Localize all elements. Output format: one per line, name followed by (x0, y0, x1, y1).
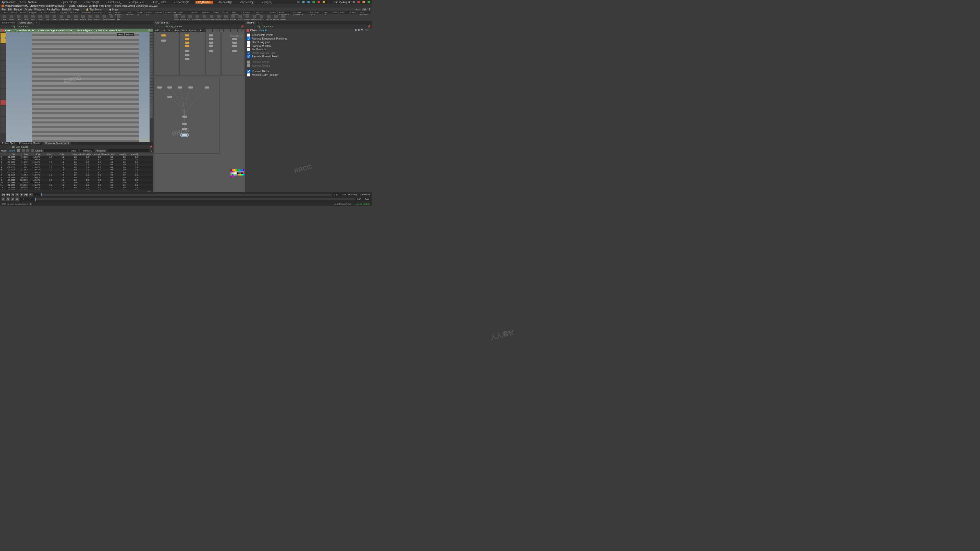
crumb-node[interactable]: City_Source (261, 25, 273, 28)
home-icon[interactable]: ⌂ (162, 25, 164, 28)
prims-icon[interactable] (26, 149, 29, 152)
menu-item[interactable]: RenderMan (47, 8, 60, 11)
col-header[interactable]: P[x] (5, 153, 17, 156)
last-frame-button[interactable]: ▶| (29, 193, 33, 197)
table-row[interactable]: 10-30.0889-113.585-119.6791.01.01.00.00.… (0, 181, 153, 184)
col-header[interactable]: P[z] (29, 153, 41, 156)
network-toolbar-icon[interactable] (238, 29, 241, 32)
viewport-display-tool[interactable] (150, 103, 153, 106)
menu-item[interactable]: Edit (8, 8, 12, 11)
pin-icon[interactable]: 📌 (149, 146, 152, 148)
tab-geo-spreadsheet[interactable]: Geometry Spreadsheet (43, 142, 71, 145)
param-checkbox[interactable] (247, 33, 250, 37)
table-row[interactable]: 12-31.0889-108.585-118.6791.01.01.00.00.… (0, 186, 153, 189)
shelf-tab[interactable]: FEM (331, 11, 339, 14)
help-icon[interactable]: ? (150, 29, 151, 32)
help-icon[interactable]: ? (369, 29, 370, 32)
network-tab[interactable]: City_Source (153, 21, 170, 24)
viewport-tool[interactable] (0, 72, 6, 77)
param-checkbox[interactable] (247, 70, 250, 73)
gear-icon[interactable]: ⚙ (148, 29, 150, 32)
network-menu-item[interactable]: View (174, 29, 179, 32)
key-icon[interactable]: 🗝 (348, 193, 350, 196)
shelf-tab[interactable]: Guide Process (114, 11, 124, 14)
timeline-track[interactable] (41, 194, 332, 196)
verts-icon[interactable] (22, 149, 25, 152)
shelf-tab[interactable]: Grains (211, 11, 221, 14)
viewport-tool[interactable] (0, 83, 6, 88)
viewport-tool[interactable] (0, 106, 6, 111)
viewport[interactable]: Persp No cam Indie Edition RRCG (0, 32, 153, 142)
search-icon[interactable]: 🔍 (361, 29, 364, 32)
menu-item[interactable]: Assets (24, 8, 32, 11)
viewport-display-tool[interactable] (150, 60, 153, 63)
network-editor[interactable]: Geometry (153, 32, 245, 192)
op-name-field[interactable]: clean6 (259, 29, 266, 32)
shelf-tab[interactable]: Polygon (27, 11, 38, 14)
viewport-tool[interactable] (0, 44, 6, 49)
shelf-tool[interactable]: Stereo Camera (258, 15, 265, 21)
viewport-display-tool[interactable] (150, 85, 153, 87)
fwd-icon[interactable]: → (250, 25, 252, 28)
param-checkbox[interactable] (247, 41, 250, 44)
network-menu-item[interactable]: Help (199, 29, 204, 32)
col-header[interactable]: extrude_dir[0] (78, 153, 90, 156)
viewport-tool[interactable] (0, 78, 6, 83)
tray-icon[interactable] (302, 1, 305, 3)
shelf-tab[interactable]: Collisions (188, 11, 200, 14)
task-button[interactable]: ▪ tricecold@t... (239, 1, 258, 3)
col-header[interactable]: scale[1] (127, 153, 139, 156)
datetime[interactable]: Sun 25 Aug, 09:00 (334, 1, 355, 3)
table-row[interactable]: 8-31.0889-108.585-119.6791.01.01.00.00.0… (0, 176, 153, 179)
shelf-tool[interactable]: Caustic Light (237, 15, 243, 21)
back-icon[interactable]: ← (1, 25, 3, 28)
viewport-display-tool[interactable] (150, 69, 153, 72)
shelf-tool[interactable]: Area Light (194, 15, 200, 21)
col-header[interactable]: Cd[y] (54, 153, 66, 156)
viewport-display-tool[interactable] (150, 66, 153, 69)
network-menu-item[interactable]: Tools (181, 29, 186, 32)
cur-frame-input[interactable] (20, 198, 27, 200)
viewport-display-tool[interactable] (150, 73, 153, 75)
op-item[interactable]: Consolidate Points (15, 29, 34, 32)
table-row[interactable]: 2-30.0889-118.52-119.6791.01.01.00.00.00… (0, 161, 153, 163)
auto-update[interactable]: Auto Update (357, 203, 370, 205)
viewport-tool[interactable] (0, 49, 6, 55)
points-icon[interactable] (17, 149, 20, 152)
max-icon[interactable] (368, 1, 370, 3)
viewport-display-tool[interactable] (150, 63, 153, 66)
table-row[interactable]: 4-31.0889-113.52-118.6791.01.01.00.00.00… (0, 166, 153, 168)
col-header[interactable]: extrude_dir[2] (103, 153, 115, 156)
shelf-tool[interactable]: Geometry Light (201, 15, 208, 21)
help-icon[interactable]: ? (151, 149, 152, 152)
network-toolbar-icon[interactable] (220, 29, 223, 32)
viewport-display-tool[interactable] (150, 33, 153, 35)
desktop-dropdown[interactable]: Main (362, 8, 367, 11)
first-frame-button[interactable]: |◀ (2, 193, 5, 197)
fwd-icon[interactable]: → (5, 25, 7, 28)
op-item[interactable]: Remove Unused Points (98, 29, 123, 32)
tab-add[interactable]: + (170, 21, 176, 24)
shelf-tab[interactable]: Model (19, 11, 28, 14)
viewport-display-tool[interactable] (150, 54, 153, 57)
viewport-tool[interactable] (0, 66, 6, 71)
menu-item[interactable]: Windows (34, 8, 45, 11)
home-icon[interactable]: ⌂ (253, 25, 256, 28)
viewport-tool[interactable] (0, 33, 6, 38)
table-row[interactable]: 0-31.0889-113.52-119.6791.01.01.00.00.00… (0, 156, 153, 158)
network-toolbar-icon[interactable] (216, 29, 220, 32)
crumb-root[interactable]: obj (12, 146, 15, 148)
end-frame-input[interactable] (333, 193, 339, 196)
shelf-tool[interactable]: Sky Light (230, 15, 236, 21)
intrinsics-dropdown[interactable]: Intrinsics (80, 149, 94, 152)
shelf-tool[interactable]: Ambient Light (251, 15, 258, 21)
network-toolbar-icon[interactable] (231, 29, 234, 32)
shelf-tool[interactable]: Torus (22, 15, 29, 21)
color-swatch[interactable] (232, 176, 234, 177)
audio-button[interactable]: 🔊 (11, 197, 14, 201)
viewport-tool[interactable] (0, 128, 6, 133)
shelf-tool[interactable]: Path (73, 15, 79, 21)
crumb-node[interactable]: City_Source (16, 25, 28, 28)
shelf-tab[interactable]: Texture (48, 11, 59, 14)
viewport-display-tool[interactable] (150, 57, 153, 60)
